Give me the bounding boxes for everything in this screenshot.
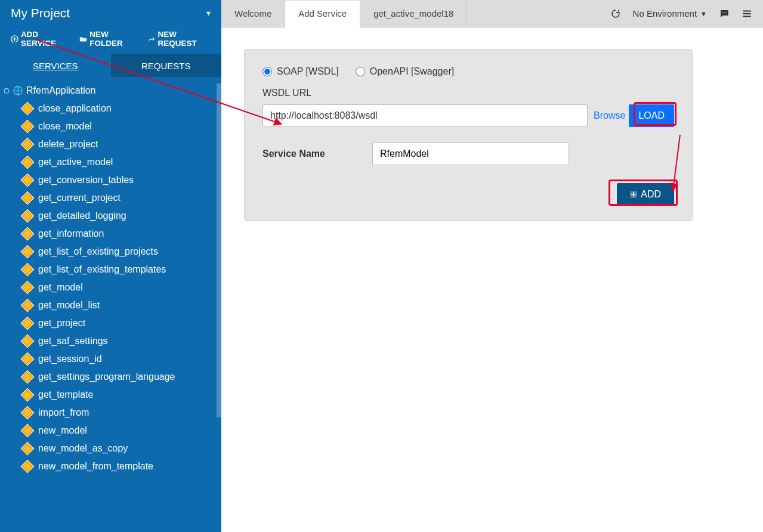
tree-operation-item[interactable]: get_template (23, 386, 221, 404)
add-service-panel: SOAP [WSDL] OpenAPI [Swagger] WSDL URL B… (244, 49, 693, 221)
tree-operation-item[interactable]: get_active_model (23, 153, 221, 171)
tree-operation-item[interactable]: get_project (23, 314, 221, 332)
tree-list: close_applicationclose_modeldelete_proje… (0, 100, 221, 481)
tree-root-label: RfemApplication (26, 85, 96, 96)
tree-operation-label: get_saf_settings (38, 336, 108, 347)
tree-operation-item[interactable]: new_model_as_copy (23, 440, 221, 457)
sidebar-scrollbar[interactable] (217, 83, 221, 417)
tree-operation-item[interactable]: get_model_list (23, 296, 221, 314)
sidebar-header: My Project ▼ (0, 0, 221, 26)
content-area: SOAP [WSDL] OpenAPI [Swagger] WSDL URL B… (221, 27, 763, 532)
operation-icon (23, 337, 32, 345)
request-icon (148, 35, 156, 43)
operation-icon (23, 265, 32, 274)
tree-operation-label: get_template (38, 389, 94, 400)
tree-operation-item[interactable]: get_settings_program_language (23, 368, 221, 386)
services-tree: ▢ RfemApplication close_applicationclose… (0, 77, 221, 532)
tree-operation-item[interactable]: get_saf_settings (23, 332, 221, 350)
operation-icon (23, 176, 32, 184)
operation-icon (23, 373, 32, 381)
operation-icon (23, 230, 32, 238)
wsdl-url-row: Browse LOAD (262, 104, 674, 127)
tree-operation-label: close_model (38, 121, 92, 132)
svg-point-2 (722, 12, 723, 13)
topbar: WelcomeAdd Serviceget_active_model18 No … (221, 0, 763, 27)
operation-icon (23, 444, 32, 453)
sidebar-tabs: SERVICES REQUESTS (0, 54, 221, 77)
refresh-button[interactable] (610, 8, 621, 19)
environment-selector[interactable]: No Environment ▼ (633, 8, 707, 18)
tree-operation-item[interactable]: get_session_id (23, 350, 221, 368)
tree-operation-label: new_model_from_template (38, 461, 153, 472)
plus-icon (630, 191, 637, 198)
service-name-input[interactable] (372, 143, 569, 165)
tree-operation-item[interactable]: get_list_of_existing_templates (23, 261, 221, 279)
environment-label: No Environment (633, 8, 697, 18)
tab-requests[interactable]: REQUESTS (111, 54, 222, 77)
service-name-label: Service Name (262, 149, 372, 159)
new-folder-button[interactable]: NEW FOLDER (79, 30, 139, 48)
tree-operation-label: new_model_as_copy (38, 443, 128, 454)
topbar-tab[interactable]: get_active_model18 (360, 0, 467, 27)
radio-soap-input[interactable] (262, 67, 272, 76)
add-service-button[interactable]: ADD SERVICE (11, 30, 71, 48)
menu-button[interactable] (742, 8, 752, 19)
operation-icon (23, 194, 32, 202)
tree-operation-item[interactable]: close_application (23, 100, 221, 117)
service-name-row: Service Name (262, 143, 674, 165)
operation-icon (23, 462, 32, 471)
wsdl-url-input[interactable] (262, 104, 588, 127)
operation-icon (23, 426, 32, 435)
tree-operation-item[interactable]: close_model (23, 117, 221, 135)
add-service-label: ADD SERVICE (21, 30, 72, 48)
tree-operation-item[interactable]: import_from (23, 404, 221, 422)
tree-operation-item[interactable]: new_model_from_template (23, 457, 221, 475)
tree-operation-item[interactable]: get_information (23, 225, 221, 243)
topbar-tab[interactable]: Welcome (221, 0, 285, 27)
radio-soap[interactable]: SOAP [WSDL] (262, 66, 339, 77)
project-menu-caret[interactable]: ▼ (205, 10, 212, 17)
tree-operation-label: get_conversion_tables (38, 175, 134, 185)
add-button[interactable]: ADD (617, 183, 674, 206)
topbar-tabs: WelcomeAdd Serviceget_active_model18 (221, 0, 467, 27)
new-folder-label: NEW FOLDER (89, 30, 139, 48)
new-request-button[interactable]: NEW REQUEST (148, 30, 213, 48)
globe-icon (13, 86, 23, 95)
tree-operation-label: get_list_of_existing_templates (38, 264, 166, 275)
operation-icon (23, 355, 32, 363)
tree-operation-item[interactable]: get_conversion_tables (23, 171, 221, 189)
operation-icon (23, 158, 32, 166)
tree-operation-label: get_settings_program_language (38, 372, 175, 382)
tree-operation-item[interactable]: new_model (23, 422, 221, 440)
svg-point-3 (724, 12, 725, 13)
svg-point-4 (725, 12, 727, 13)
operation-icon (23, 122, 32, 131)
tree-operation-item[interactable]: get_model (23, 279, 221, 296)
radio-openapi[interactable]: OpenAPI [Swagger] (356, 66, 454, 77)
tree-operation-label: import_from (38, 407, 89, 418)
tab-services[interactable]: SERVICES (0, 54, 111, 77)
operation-icon (23, 104, 32, 113)
topbar-tab[interactable]: Add Service (285, 1, 360, 27)
tree-operation-label: get_detailed_logging (38, 211, 126, 221)
tree-root-row[interactable]: ▢ RfemApplication (0, 82, 221, 100)
chat-button[interactable] (719, 8, 730, 19)
collapse-icon[interactable]: ▢ (2, 88, 10, 94)
plus-circle-icon (11, 35, 18, 43)
radio-openapi-input[interactable] (356, 67, 365, 76)
browse-link[interactable]: Browse (594, 110, 625, 121)
operation-icon (23, 409, 32, 417)
tree-operation-item[interactable]: get_detailed_logging (23, 207, 221, 225)
tree-operation-item[interactable]: delete_project (23, 135, 221, 153)
menu-icon (742, 8, 752, 19)
tree-operation-label: get_model_list (38, 300, 100, 311)
chat-icon (719, 8, 730, 19)
service-type-radio-group: SOAP [WSDL] OpenAPI [Swagger] (262, 66, 674, 77)
tree-operation-item[interactable]: get_list_of_existing_projects (23, 243, 221, 261)
tree-operation-item[interactable]: get_current_project (23, 189, 221, 207)
load-button[interactable]: LOAD (629, 104, 674, 127)
operation-icon (23, 391, 32, 399)
add-button-label: ADD (641, 189, 661, 200)
project-title: My Project (11, 6, 70, 20)
operation-icon (23, 140, 32, 149)
